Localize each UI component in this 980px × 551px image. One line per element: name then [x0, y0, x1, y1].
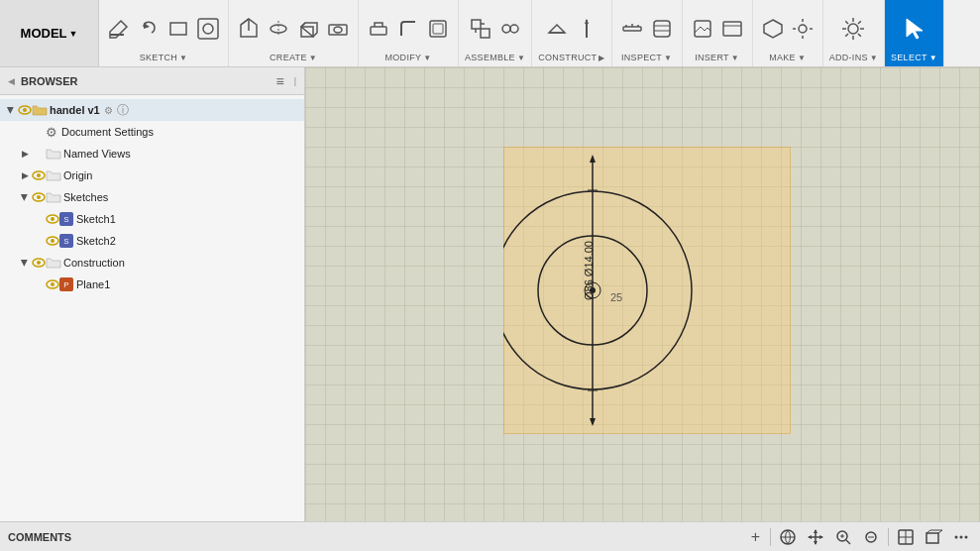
- toolbar-group-insert[interactable]: INSERT ▼: [683, 0, 753, 66]
- bottom-separator: [770, 528, 771, 546]
- sketch1-no-arrow: [32, 212, 46, 226]
- named-views-label: Named Views: [63, 148, 131, 160]
- pan-icon[interactable]: [805, 526, 826, 548]
- tree-item-doc-settings[interactable]: ⚙ Document Settings: [0, 121, 304, 143]
- fit-icon[interactable]: [860, 526, 882, 548]
- svg-point-88: [965, 535, 968, 538]
- construction-eye-icon[interactable]: [32, 256, 46, 270]
- svg-rect-19: [472, 20, 481, 29]
- tree-item-plane1[interactable]: P Plane1: [0, 274, 304, 295]
- construct-label: CONSTRUCT ▶: [538, 53, 605, 62]
- tree-item-named-views[interactable]: ▶ Named Views: [0, 143, 304, 165]
- create-icons: [235, 4, 352, 53]
- browser-header: ◀ BROWSER ≡ |: [0, 67, 304, 95]
- assemble-icon-new: [467, 15, 494, 43]
- handel-arrow[interactable]: ▶: [4, 103, 18, 117]
- sidebar: ◀ BROWSER ≡ | ▶ handel v1 ⚙ ⓘ: [0, 67, 305, 521]
- svg-marker-28: [585, 19, 589, 24]
- select-label: SELECT ▼: [891, 53, 937, 62]
- tree-item-origin[interactable]: ▶ Origin: [0, 165, 304, 186]
- addins-label: ADD-INS ▼: [829, 53, 878, 62]
- svg-point-15: [334, 27, 342, 33]
- svg-point-50: [51, 217, 54, 221]
- svg-marker-72: [819, 535, 823, 539]
- svg-point-48: [37, 195, 41, 199]
- model-menu[interactable]: MODEL ▼: [0, 0, 99, 66]
- doc-no-arrow: [18, 125, 32, 139]
- sketch-icon-undo: [135, 15, 163, 43]
- tree-item-handel[interactable]: ▶ handel v1 ⚙ ⓘ: [0, 99, 304, 121]
- handel-eye-icon[interactable]: [18, 103, 32, 117]
- more-icon[interactable]: [950, 526, 972, 548]
- tree-item-sketch2[interactable]: S Sketch2: [0, 230, 304, 252]
- insert-icon-canvas: [718, 15, 746, 43]
- toolbar-group-modify[interactable]: MODIFY ▼: [359, 0, 459, 66]
- view3d-icon[interactable]: [923, 526, 944, 548]
- sketches-arrow[interactable]: ▶: [18, 190, 32, 204]
- assemble-icons: [467, 4, 524, 53]
- svg-marker-71: [808, 535, 812, 539]
- addins-icon-gear: [839, 15, 867, 43]
- insert-icons: [689, 4, 746, 53]
- browser-content: ▶ handel v1 ⚙ ⓘ ⚙ Document Settin: [0, 95, 304, 521]
- toolbar-group-construct[interactable]: CONSTRUCT ▶: [532, 0, 612, 66]
- sketch1-eye-icon[interactable]: [46, 212, 59, 226]
- browser-expand-icon[interactable]: ◀: [8, 76, 15, 86]
- select-icon-cursor: [901, 15, 928, 43]
- plane1-eye-icon[interactable]: [46, 277, 59, 291]
- construction-arrow[interactable]: ▶: [18, 256, 32, 270]
- zoom-icon[interactable]: [832, 526, 854, 548]
- bottombar: COMMENTS +: [0, 521, 980, 551]
- bottom-icons: [777, 526, 972, 548]
- model-label: MODEL: [21, 26, 67, 41]
- browser-collapse-button[interactable]: ≡: [275, 73, 283, 89]
- svg-marker-25: [549, 25, 565, 33]
- toolbar-groups: SKETCH ▼ CREATE: [99, 0, 980, 66]
- svg-point-5: [203, 24, 213, 34]
- sketch2-icon: S: [59, 234, 73, 248]
- make-label: MAKE ▼: [769, 53, 806, 62]
- handel-settings-icon[interactable]: ⚙: [104, 105, 113, 116]
- make-icon-settings: [789, 15, 817, 43]
- svg-point-86: [955, 535, 958, 538]
- toolbar-group-select[interactable]: SELECT ▼: [885, 0, 944, 66]
- handel-info-icon[interactable]: ⓘ: [117, 102, 129, 119]
- construct-icons: [543, 4, 600, 53]
- svg-rect-29: [623, 27, 641, 31]
- sketch2-label: Sketch2: [76, 235, 116, 247]
- svg-point-87: [960, 535, 963, 538]
- sketch1-icon: S: [59, 212, 73, 226]
- toolbar-group-inspect[interactable]: INSPECT ▼: [612, 0, 683, 66]
- create-label: CREATE ▼: [270, 53, 317, 62]
- toolbar-group-create[interactable]: CREATE ▼: [229, 0, 359, 66]
- svg-marker-58: [590, 155, 596, 163]
- browser-pin-icon[interactable]: |: [294, 76, 296, 86]
- origin-eye-icon[interactable]: [32, 168, 46, 182]
- toolbar-group-sketch[interactable]: SKETCH ▼: [99, 0, 229, 66]
- viewport[interactable]: Ø86 Ø14.00 25: [305, 67, 980, 521]
- svg-text:Ø86 Ø14.00: Ø86 Ø14.00: [583, 241, 595, 300]
- sketches-eye-icon[interactable]: [32, 190, 46, 204]
- svg-point-60: [503, 191, 692, 389]
- tree-item-sketches[interactable]: ▶ Sketches: [0, 186, 304, 208]
- svg-point-52: [51, 239, 54, 243]
- named-views-arrow[interactable]: ▶: [18, 147, 32, 161]
- tree-item-construction[interactable]: ▶ Construction: [0, 252, 304, 274]
- svg-marker-70: [814, 541, 817, 545]
- view2d-icon[interactable]: [895, 526, 917, 548]
- comments-label: COMMENTS: [8, 531, 741, 543]
- svg-point-41: [848, 24, 858, 34]
- toolbar-group-addins[interactable]: ADD-INS ▼: [823, 0, 885, 66]
- origin-arrow[interactable]: ▶: [18, 168, 32, 182]
- tree-item-sketch1[interactable]: S Sketch1: [0, 208, 304, 230]
- construction-folder-icon: [46, 256, 61, 270]
- svg-marker-59: [590, 418, 596, 426]
- orbit-icon[interactable]: [777, 526, 799, 548]
- svg-rect-4: [198, 19, 218, 39]
- addins-icons: [839, 4, 867, 53]
- sketch-svg: Ø86 Ø14.00: [503, 147, 791, 434]
- toolbar-group-assemble[interactable]: ASSEMBLE ▼: [459, 0, 532, 66]
- comments-plus-button[interactable]: +: [747, 528, 764, 546]
- toolbar-group-make[interactable]: MAKE ▼: [753, 0, 823, 66]
- sketch2-eye-icon[interactable]: [46, 234, 59, 248]
